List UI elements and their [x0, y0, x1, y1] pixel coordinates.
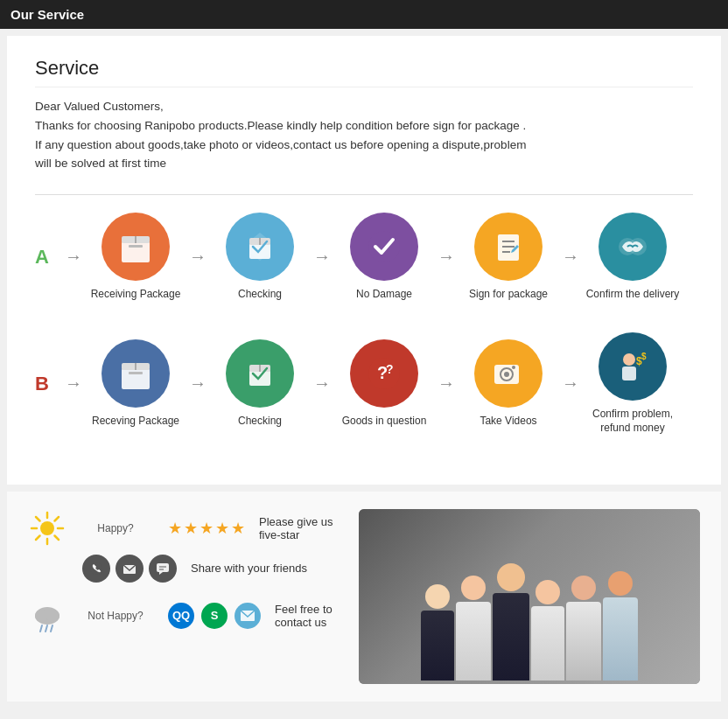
qq-icon: QQ	[168, 603, 194, 629]
flow-label-a: A	[35, 246, 56, 269]
bottom-section: Happy? ★ ★ ★ ★ ★ Please give us five-sta…	[7, 492, 721, 702]
step-label-a2: Checking	[238, 288, 282, 302]
flow-label-b: B	[35, 373, 56, 395]
checking-icon-a	[226, 213, 294, 281]
take-videos-icon	[474, 339, 542, 408]
flow-step-b1: Receving Package	[88, 339, 184, 429]
flow-step-a5: Confirm the delivery	[584, 213, 681, 302]
step-label-b2: Checking	[238, 415, 282, 429]
arrow-icon: →	[313, 373, 331, 394]
arrow-icon: →	[65, 373, 82, 394]
flow-step-b3: ? ? Goods in question	[336, 339, 432, 429]
sun-icon-group	[28, 509, 80, 548]
confirm-problem-icon: $ $	[598, 332, 667, 401]
five-star-text: Please give us five-star	[259, 515, 341, 541]
svg-rect-0	[122, 241, 150, 262]
intro-body: Thanks for choosing Ranipobo products.Pl…	[35, 116, 693, 173]
head-4	[536, 580, 560, 604]
step-label-a4: Sign for package	[469, 288, 548, 302]
confirm-delivery-icon	[598, 213, 667, 281]
goods-question-icon: ? ?	[350, 339, 418, 408]
contact-text: Feel free to contact us	[275, 603, 341, 629]
svg-point-49	[46, 610, 60, 622]
sign-package-icon	[474, 213, 542, 281]
staff-figures	[421, 563, 638, 684]
happy-row: Happy? ★ ★ ★ ★ ★ Please give us five-sta…	[28, 509, 341, 548]
happy-label-group: Happy?	[80, 522, 150, 534]
body-1	[421, 611, 454, 681]
page-header: Our Service	[0, 0, 728, 29]
svg-rect-44	[157, 563, 169, 572]
staff-person-4	[531, 580, 564, 681]
cloud-icon-group	[28, 597, 80, 635]
flow-step-a4: Sign for package	[460, 213, 556, 302]
email-icon	[116, 555, 144, 583]
star-5: ★	[231, 519, 245, 538]
staff-person-6	[603, 571, 638, 681]
step-label-b1: Receving Package	[92, 415, 179, 429]
svg-point-33	[40, 521, 54, 535]
svg-point-28	[512, 366, 515, 369]
main-content: Service Dear Valued Customers, Thanks fo…	[7, 36, 721, 485]
arrow-icon: →	[438, 373, 455, 394]
svg-line-38	[36, 517, 40, 521]
svg-line-41	[36, 535, 40, 540]
svg-rect-18	[129, 372, 143, 374]
staff-person-2	[456, 576, 491, 681]
svg-line-52	[51, 625, 52, 632]
body-5	[566, 602, 601, 681]
contact-social-icons: QQ S	[168, 603, 261, 629]
chat-icon	[149, 555, 177, 583]
not-happy-row: Not Happy? QQ S Feel free to contact us	[28, 597, 341, 635]
staff-person-3	[493, 563, 529, 681]
share-text: Share with your friends	[191, 562, 307, 575]
page-title: Our Service	[10, 7, 84, 22]
cloud-icon	[28, 597, 66, 635]
not-happy-label: Not Happy?	[80, 610, 150, 622]
receiving-package-icon	[102, 213, 170, 281]
flow-step-a1: Receiving Package	[88, 213, 184, 302]
svg-point-29	[623, 353, 635, 366]
arrow-icon: →	[189, 247, 206, 267]
svg-rect-30	[622, 366, 636, 380]
svg-text:?: ?	[386, 362, 394, 376]
staff-person-5	[566, 576, 601, 681]
flow-step-b5: $ $ Confirm problem,refund money	[584, 332, 681, 435]
svg-line-40	[55, 517, 60, 521]
svg-line-39	[55, 535, 60, 540]
arrow-icon: →	[562, 247, 579, 267]
flow-step-a3: No Damage	[336, 213, 432, 302]
body-2	[456, 602, 491, 681]
step-label-b4: Take Videos	[480, 415, 536, 429]
no-damage-icon	[350, 213, 418, 281]
checking-icon-b	[226, 339, 294, 408]
svg-point-27	[504, 372, 509, 377]
star-3: ★	[200, 519, 214, 538]
step-label-a5: Confirm the delivery	[586, 288, 680, 302]
skype-icon: S	[201, 603, 228, 629]
head-1	[425, 584, 450, 609]
head-2	[461, 576, 486, 600]
step-label-a1: Receiving Package	[91, 288, 181, 302]
head-6	[608, 571, 633, 596]
share-icons	[82, 555, 177, 583]
svg-line-51	[46, 625, 47, 632]
email-contact-icon	[234, 603, 261, 629]
star-4: ★	[215, 519, 229, 538]
svg-rect-15	[122, 368, 150, 389]
star-2: ★	[184, 519, 198, 538]
arrow-icon: →	[65, 247, 82, 267]
flow-step-a2: Checking	[212, 213, 308, 302]
phone-icon	[82, 555, 110, 583]
flow-step-b4: Take Videos	[460, 339, 556, 429]
receving-package-icon	[102, 339, 170, 408]
sun-icon	[28, 509, 66, 548]
staff-photo	[359, 509, 700, 684]
arrow-icon: →	[562, 373, 579, 394]
svg-point-8	[368, 231, 400, 262]
svg-line-50	[40, 625, 42, 632]
arrow-icon: →	[313, 247, 331, 267]
svg-rect-3	[129, 245, 143, 248]
flow-step-b2: Checking	[212, 339, 308, 429]
staff-placeholder	[359, 509, 700, 684]
